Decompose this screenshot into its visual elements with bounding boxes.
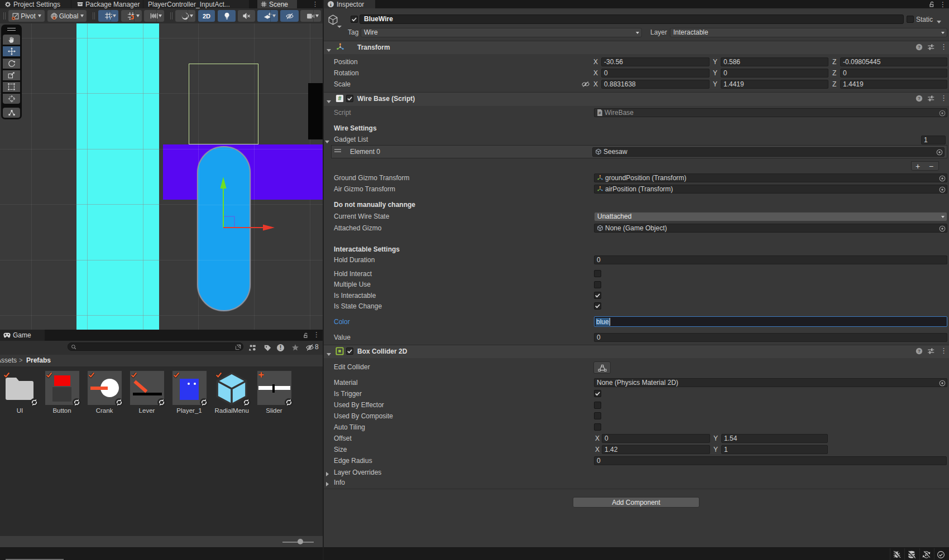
svg-text:?: ?: [918, 349, 921, 354]
svg-text:?: ?: [918, 96, 921, 101]
svg-text:#: #: [338, 95, 342, 102]
svg-text:?: ?: [918, 45, 921, 50]
svg-text:#: #: [598, 110, 601, 115]
